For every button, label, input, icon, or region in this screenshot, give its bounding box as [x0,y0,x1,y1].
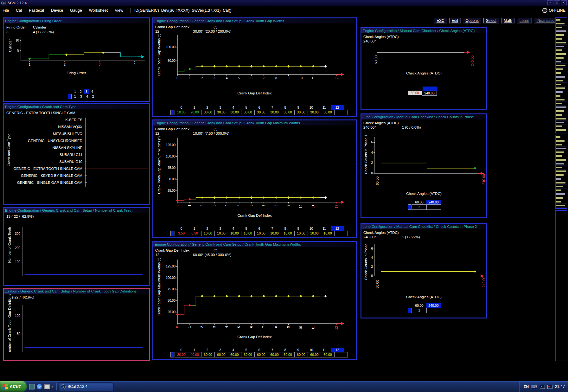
grid-header-cell[interactable]: 3 [214,105,227,110]
watch-row[interactable] [556,135,567,139]
grid-value-cell[interactable]: 3.50 [175,231,188,236]
panel-title[interactable]: Engine Configuration / Crank and Cam Typ… [4,104,149,109]
maximize-button[interactable]: □ [554,0,560,5]
grid-value-cell[interactable]: 30.00 [241,110,255,115]
cam-type-item[interactable]: GENERIC - KEYED BY SINGLE CAM [6,172,149,179]
watch-row[interactable] [556,90,567,94]
grid-header-cell[interactable]: 11 [318,226,331,231]
grid-header-cell[interactable]: 1 [188,226,201,231]
grid-header-cell[interactable]: 8 [279,226,292,231]
watch-row[interactable] [556,48,567,52]
grid-header-cell[interactable]: 8 [279,105,292,110]
grid-value-cell[interactable]: 10.00 [281,231,295,236]
watch-row[interactable] [556,37,567,41]
grid-header-cell[interactable]: 2 [201,105,214,110]
grid-value-cell[interactable]: 60.00 [214,352,228,357]
cam-type-item[interactable]: MITSUBISHI EVO [6,130,149,137]
watch-row[interactable] [556,192,567,196]
menu-device[interactable]: Device [51,8,63,13]
grid-header-cell[interactable]: 6 [253,105,266,110]
gap-definitions-chart[interactable]: 50100 [6,300,149,358]
cam-type-item[interactable]: GENERIC - UNSYNCHRONISED [6,137,149,144]
panel-title[interactable]: Engine Configuration / Generic Crank and… [153,120,356,125]
panel-title[interactable]: ...ration / Generic Crank and Cam Setup … [4,289,149,294]
grid-header-cell[interactable]: 5 [240,348,253,352]
grid-header-cell[interactable]: 240.00 [426,200,441,204]
grid-value-cell[interactable]: 40.00 [188,352,201,357]
grid-value-cell[interactable]: 60.00 [334,352,348,357]
phase1-chart[interactable]: 0246 [363,133,488,181]
grid-value-cell[interactable]: 30.00 [214,110,228,115]
crank-teeth-chart[interactable]: 100200300 [6,221,149,283]
show-desktop-icon[interactable] [44,384,50,389]
grid-value-cell[interactable]: 10.00 [268,231,281,236]
watch-row[interactable] [556,185,567,189]
menu-pastecal[interactable]: Pastecal [29,8,44,13]
watch-row[interactable] [556,33,567,37]
grid-value-cell[interactable]: 10.00 [175,110,188,115]
start-button[interactable]: start [0,381,27,392]
watch-row[interactable] [556,29,567,33]
esc-button[interactable]: ESC [434,18,447,23]
grid-header-cell[interactable]: 11 [318,348,331,352]
watch-row[interactable] [556,67,567,71]
grid-value-cell[interactable]: 10.00 [321,231,335,236]
grid-header-cell[interactable]: 6 [253,226,266,231]
gap-widths-table[interactable]: 012345678910111210.0020.0030.0030.0030.0… [170,105,348,115]
watch-row[interactable] [556,83,567,87]
grid-header-cell[interactable]: 7 [266,105,279,110]
grid-header-cell[interactable]: 8 [279,348,292,352]
grid-header-cell[interactable]: 0 [175,226,188,231]
grid-header-cell[interactable]: 3 [214,226,227,231]
grid-value-cell[interactable]: 10.00 [214,231,228,236]
grid-value-cell[interactable]: 30.00 [254,110,268,115]
watch-row[interactable] [556,87,567,90]
grid-header-cell[interactable]: 5 [240,105,253,110]
grid-header-cell[interactable]: 4 [227,348,240,352]
watch-row[interactable] [556,204,567,208]
grid-header-cell[interactable]: 10 [305,348,318,352]
edit-button[interactable]: Edit [449,18,461,23]
grid-value-cell[interactable]: 1 [426,204,441,210]
grid-value-cell[interactable]: 30.00 [294,110,308,115]
panel-title[interactable]: Engine Configuration / Generic Crank and… [153,242,356,247]
grid-header-cell[interactable]: 4 [89,89,95,94]
grid-value-cell[interactable]: 6.50 [188,231,201,236]
grid-value-cell[interactable]: 60.00 [308,352,321,357]
keyboard-icon[interactable]: ⌨ [531,384,537,389]
grid-value-cell[interactable]: 2 [412,204,427,210]
grid-value-cell[interactable]: 4 [84,94,90,99]
grid-header-cell[interactable]: 10 [305,105,318,110]
watch-row[interactable] [556,181,567,185]
options-button[interactable]: Options [463,18,481,23]
minimize-button[interactable]: – [547,0,553,5]
grid-header-cell[interactable]: 1 [72,89,78,94]
grid-value-cell[interactable]: 10.00 [254,231,268,236]
grid-value-cell[interactable]: 60.00 [268,352,281,357]
grid-value-cell[interactable]: 3 [78,94,84,99]
phase2-chart[interactable]: 0246 [363,241,488,283]
grid-value-cell[interactable]: 60.00 [294,352,308,357]
grid-value-cell[interactable]: 2 [90,94,96,99]
watch-row[interactable] [556,52,567,56]
grid-header-cell[interactable]: 5 [240,226,253,231]
gap-maximum-table[interactable]: 012345678910111220.0040.0060.0060.0060.0… [170,348,348,357]
grid-header-cell[interactable]: 7 [266,226,279,231]
watch-row[interactable] [556,56,567,60]
watch-row[interactable] [556,121,567,125]
grid-value-cell[interactable]: 30.00 [334,110,348,115]
grid-value-cell[interactable]: 20.00 [188,110,201,115]
watch-row[interactable] [556,173,567,177]
angle-cell-60[interactable]: 60.00 [408,91,422,95]
grid-value-cell[interactable]: 10.00 [294,231,308,236]
cam-type-item[interactable]: NISSAN SKYLINE [6,144,149,151]
watch-row[interactable] [556,151,567,154]
watch-row[interactable] [556,79,567,83]
gap-maximum-chart[interactable]: 25.0050.0075.00100.00125.000123456789101… [154,257,357,333]
angle-cell-240[interactable]: 240.00 [422,91,437,96]
watch-row[interactable] [556,158,567,162]
gap-widths-chart[interactable]: 50.00100.000123456789101112 [154,32,357,89]
grid-header-cell[interactable]: 0 [175,105,188,110]
watch-row[interactable] [556,75,567,79]
grid-header-cell[interactable]: 240.00 [426,303,441,308]
